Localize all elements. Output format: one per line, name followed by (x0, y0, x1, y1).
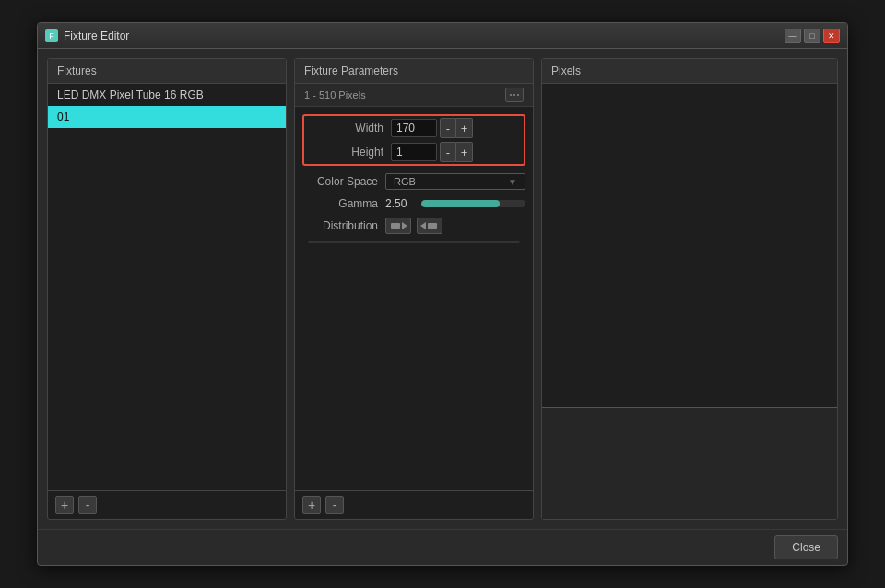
gamma-row: Gamma 2.50 (302, 197, 525, 210)
fixtures-footer: + - (48, 490, 286, 519)
params-remove-button[interactable]: - (325, 496, 344, 514)
width-input[interactable] (391, 119, 437, 137)
height-input[interactable] (391, 143, 437, 161)
dist-right-svg (420, 220, 439, 231)
minimize-button[interactable]: — (785, 29, 801, 43)
svg-marker-2 (420, 222, 426, 229)
pixels-body (542, 84, 837, 519)
gamma-value: 2.50 (385, 197, 418, 210)
distribution-right-icon[interactable] (417, 218, 442, 234)
window-footer: Close (38, 529, 847, 565)
distribution-label: Distribution (302, 219, 385, 232)
gamma-slider-fill (421, 200, 500, 207)
pixels-panel-header: Pixels (542, 59, 837, 84)
distribution-icons (385, 218, 442, 234)
pixels-lower-area (542, 408, 837, 519)
params-panel: Fixture Parameters 1 - 510 Pixels Width (294, 58, 534, 520)
title-bar: F Fixture Editor — □ ✕ (38, 23, 847, 49)
svg-marker-1 (402, 222, 407, 229)
svg-rect-3 (428, 223, 437, 229)
gamma-label: Gamma (302, 197, 385, 210)
color-space-value: RGB (394, 176, 416, 187)
color-space-dropdown[interactable]: RGB ▼ (385, 173, 525, 190)
width-label: Width (308, 122, 391, 135)
fixtures-add-button[interactable]: + (55, 496, 74, 514)
window-content: Fixtures LED DMX Pixel Tube 16 RGB 01 + … (38, 49, 847, 529)
fixture-item-led[interactable]: LED DMX Pixel Tube 16 RGB (48, 84, 286, 106)
maximize-button[interactable]: □ (804, 29, 820, 43)
pixels-range-label: 1 - 510 Pixels (304, 89, 366, 100)
params-subheader: 1 - 510 Pixels (295, 84, 533, 107)
gamma-slider-container: 2.50 (385, 197, 525, 210)
params-footer: + - (295, 490, 533, 519)
width-row: Width - + (308, 118, 520, 138)
height-pm-group: - + (440, 142, 473, 162)
width-pm-group: - + (440, 118, 473, 138)
pixels-panel: Pixels (541, 58, 838, 520)
fixture-item-01[interactable]: 01 (48, 106, 286, 128)
params-add-button[interactable]: + (302, 496, 321, 514)
fixtures-remove-button[interactable]: - (78, 496, 97, 514)
fixtures-panel: Fixtures LED DMX Pixel Tube 16 RGB 01 + … (47, 58, 287, 520)
width-height-group: Width - + Height - + (302, 114, 525, 166)
color-space-row: Color Space RGB ▼ (302, 173, 525, 190)
window-title: Fixture Editor (64, 29, 129, 42)
window-close-button[interactable]: ✕ (823, 29, 840, 43)
params-body: Width - + Height - + (295, 107, 533, 490)
height-plus-button[interactable]: + (456, 142, 473, 162)
height-label: Height (308, 146, 391, 159)
dropdown-arrow: ▼ (508, 177, 517, 187)
width-plus-button[interactable]: + (456, 118, 473, 138)
pixels-upper-area (542, 84, 837, 407)
distribution-row: Distribution (302, 218, 525, 234)
color-space-label: Color Space (302, 175, 385, 188)
app-icon: F (45, 29, 58, 42)
dot1 (510, 94, 512, 96)
params-lower-area (308, 241, 520, 243)
height-minus-button[interactable]: - (440, 142, 456, 162)
height-row: Height - + (308, 142, 520, 162)
svg-rect-0 (391, 223, 400, 229)
params-panel-header: Fixture Parameters (295, 59, 533, 84)
dot2 (513, 94, 515, 96)
close-main-button[interactable]: Close (774, 535, 838, 559)
dot3 (517, 94, 519, 96)
params-menu-button[interactable] (505, 88, 524, 102)
fixture-editor-window: F Fixture Editor — □ ✕ Fixtures LED DMX … (37, 22, 848, 566)
fixtures-list: LED DMX Pixel Tube 16 RGB 01 (48, 84, 286, 490)
dist-left-svg (389, 220, 407, 231)
fixtures-panel-header: Fixtures (48, 59, 286, 84)
title-buttons: — □ ✕ (785, 29, 840, 43)
distribution-left-icon[interactable] (385, 218, 411, 234)
title-bar-left: F Fixture Editor (45, 29, 129, 42)
width-minus-button[interactable]: - (440, 118, 456, 138)
gamma-slider-track[interactable] (421, 200, 525, 207)
